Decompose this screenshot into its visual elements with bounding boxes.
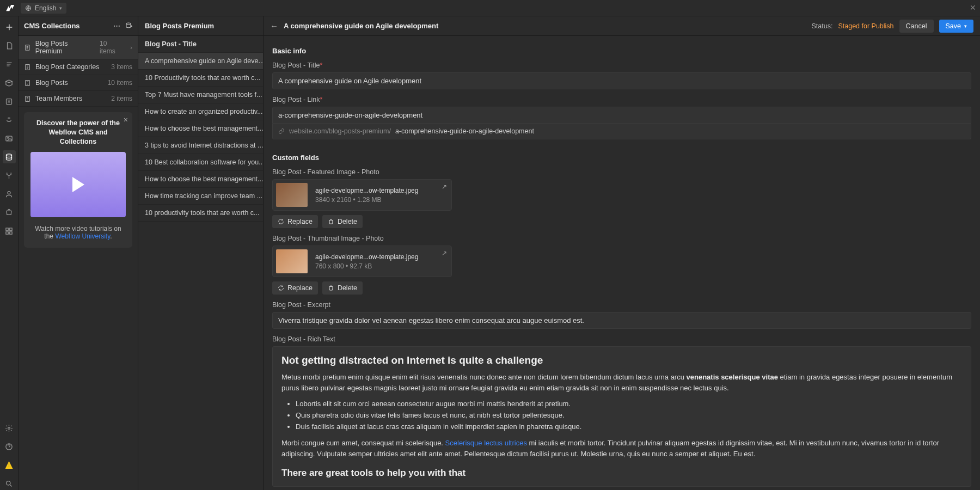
promo-university-link[interactable]: Webflow University xyxy=(55,232,110,240)
excerpt-input[interactable] xyxy=(272,312,971,329)
collection-count: 10 items xyxy=(100,40,124,55)
collection-name: Team Members xyxy=(35,95,82,102)
richtext-editor[interactable]: Not getting distracted on Internet is qu… xyxy=(272,346,971,487)
expand-icon[interactable]: ↗ xyxy=(442,249,447,257)
items-column-label: Blog Post - Title xyxy=(138,36,263,53)
collections-panel: CMS Collections ⋯ Blog Posts Premium 10 … xyxy=(19,16,138,490)
rich-subheading: There are great tools to help you with t… xyxy=(281,468,962,479)
title-input[interactable] xyxy=(272,72,971,89)
cancel-button[interactable]: Cancel xyxy=(899,20,934,33)
rich-heading: Not getting distracted on Internet is qu… xyxy=(281,354,962,366)
svg-point-4 xyxy=(7,154,12,156)
cms-item[interactable]: 10 Best collaboration software for you..… xyxy=(138,154,263,171)
settings-icon[interactable] xyxy=(3,421,16,434)
cms-item[interactable]: How to create an organized productiv... xyxy=(138,103,263,120)
rich-paragraph: Morbi congue cum amet, consequat mi scel… xyxy=(281,438,962,459)
image-dims: 760 x 800 • 92.7 kB xyxy=(315,262,418,270)
chevron-down-icon: ▾ xyxy=(964,23,967,29)
section-basic-info: Basic info xyxy=(272,47,971,55)
rich-paragraph: Metus morbi pretium enim quisque enim el… xyxy=(281,372,962,393)
collection-name: Blog Post Categories xyxy=(35,63,99,71)
language-selector[interactable]: English ▾ xyxy=(21,3,66,14)
field-label-title: Blog Post - Title* xyxy=(272,62,971,69)
cms-icon[interactable] xyxy=(3,150,16,163)
users-icon[interactable] xyxy=(3,187,16,200)
collection-item[interactable]: Blog Post Categories 3 items xyxy=(19,59,138,75)
styles-icon[interactable] xyxy=(3,113,16,126)
svg-rect-9 xyxy=(10,231,12,234)
back-arrow-icon[interactable]: ← xyxy=(270,21,278,30)
collection-name: Blog Posts Premium xyxy=(35,40,95,55)
svg-point-10 xyxy=(8,427,10,429)
svg-point-3 xyxy=(8,137,9,138)
rich-list: Lobortis elit sit cum orci aenean consec… xyxy=(296,399,962,432)
close-icon[interactable]: × xyxy=(970,2,976,14)
field-label-link: Blog Post - Link* xyxy=(272,96,971,103)
cms-item[interactable]: Top 7 Must have management tools f... xyxy=(138,87,263,103)
image-dims: 3840 x 2160 • 1.28 MB xyxy=(315,196,418,204)
promo-headline: Discover the power of the Webflow CMS an… xyxy=(30,119,126,146)
cms-item[interactable]: How time tracking can improve team ... xyxy=(138,188,263,205)
new-collection-icon[interactable] xyxy=(125,22,132,30)
collection-item[interactable]: Blog Posts 10 items xyxy=(19,75,138,91)
components-icon[interactable] xyxy=(3,76,16,89)
expand-icon[interactable]: ↗ xyxy=(442,183,447,191)
promo-close-icon[interactable]: × xyxy=(124,115,128,124)
svg-rect-7 xyxy=(10,228,12,230)
help-icon[interactable] xyxy=(3,440,16,453)
cms-item[interactable]: A comprehensive guide on Agile deve...› xyxy=(138,53,263,70)
cms-item[interactable]: How to choose the best management... xyxy=(138,120,263,137)
collection-count: 10 items xyxy=(108,79,132,87)
collection-count: 3 items xyxy=(111,63,132,71)
image-thumb[interactable] xyxy=(276,183,308,207)
cms-item[interactable]: 3 tips to avoid Internet distractions at… xyxy=(138,137,263,154)
navigator-icon[interactable] xyxy=(3,58,16,71)
replace-button[interactable]: Replace xyxy=(272,281,318,295)
cms-item[interactable]: How to choose the best management... xyxy=(138,171,263,188)
collection-count: 2 items xyxy=(111,95,132,102)
svg-rect-2 xyxy=(6,136,12,141)
items-panel-title: Blog Posts Premium xyxy=(145,22,214,30)
status-label: Status: xyxy=(812,22,833,30)
featured-image-card: agile-developme...ow-template.jpeg 3840 … xyxy=(272,179,452,211)
cms-item[interactable]: 10 productivity tools that are worth c..… xyxy=(138,205,263,222)
image-filename: agile-developme...ow-template.jpeg xyxy=(315,253,418,261)
replace-button[interactable]: Replace xyxy=(272,215,318,228)
svg-point-5 xyxy=(8,191,10,194)
promo-video-thumb[interactable] xyxy=(30,152,126,217)
add-icon[interactable] xyxy=(3,21,16,34)
webflow-logo-icon[interactable] xyxy=(4,3,15,14)
rich-link[interactable]: Scelerisque lectus ultrices xyxy=(445,439,527,447)
field-label-featured: Blog Post - Featured Image - Photo xyxy=(272,168,971,176)
slug-input[interactable] xyxy=(272,107,971,124)
save-button[interactable]: Save▾ xyxy=(939,20,974,33)
variables-icon[interactable] xyxy=(3,95,16,108)
collections-title: CMS Collections xyxy=(24,22,80,30)
svg-rect-6 xyxy=(6,228,8,230)
editor-title: A comprehensive guide on Agile developme… xyxy=(284,22,438,30)
apps-icon[interactable] xyxy=(3,224,16,237)
page-icon[interactable] xyxy=(3,39,16,52)
more-icon[interactable]: ⋯ xyxy=(113,22,120,30)
svg-point-12 xyxy=(7,481,11,485)
collection-item[interactable]: Team Members 2 items xyxy=(19,91,138,107)
delete-button[interactable]: Delete xyxy=(322,281,363,295)
language-label: English xyxy=(35,4,56,12)
image-filename: agile-developme...ow-template.jpeg xyxy=(315,187,418,194)
ecommerce-icon[interactable] xyxy=(3,206,16,219)
editor-panel: ← A comprehensive guide on Agile develop… xyxy=(264,16,980,490)
field-label-thumbnail: Blog Post - Thumbnail Image - Photo xyxy=(272,235,971,242)
topbar: English ▾ × xyxy=(0,0,980,16)
assets-icon[interactable] xyxy=(3,132,16,145)
audit-warning-icon[interactable]: ! xyxy=(3,458,16,471)
delete-button[interactable]: Delete xyxy=(322,215,363,228)
image-thumb[interactable] xyxy=(276,249,308,273)
svg-rect-8 xyxy=(6,231,8,234)
left-rail: ! xyxy=(0,16,19,490)
chevron-right-icon: › xyxy=(130,44,132,51)
collection-item[interactable]: Blog Posts Premium 10 items › xyxy=(19,36,138,59)
svg-point-13 xyxy=(126,23,131,24)
search-icon[interactable] xyxy=(3,477,16,490)
cms-item[interactable]: 10 Productivity tools that are worth c..… xyxy=(138,70,263,87)
logic-icon[interactable] xyxy=(3,169,16,182)
